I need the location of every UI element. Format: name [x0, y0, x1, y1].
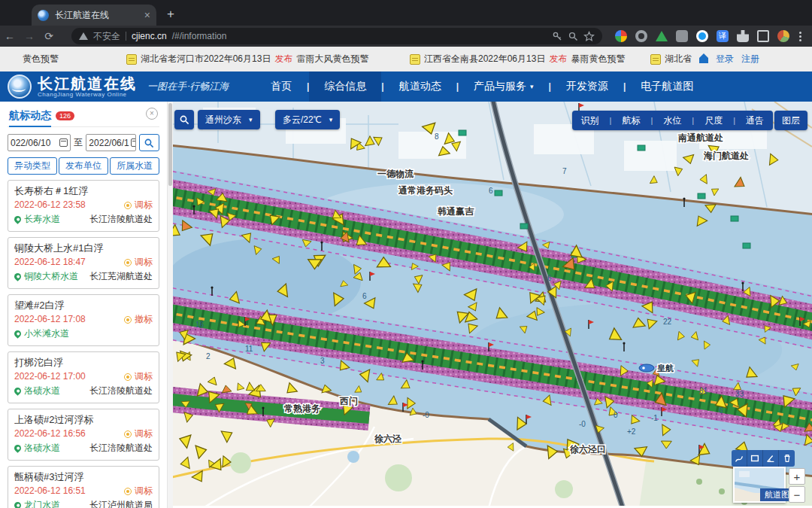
nav-item-3[interactable]: 航道动态	[384, 71, 456, 102]
sidebar-search-button[interactable]	[139, 134, 159, 151]
zoom-out-button[interactable]: −	[789, 486, 805, 503]
trash-icon	[782, 453, 792, 464]
map-tool-5[interactable]: 通告	[740, 114, 770, 127]
angle-icon	[765, 453, 776, 464]
screen: 长江航道在线 × + ← → ⟳ 不安全 cjienc.cn/#/informa…	[0, 0, 812, 508]
back-button[interactable]: ←	[0, 30, 20, 42]
misc-extension-icon[interactable]	[777, 30, 789, 42]
scrollbar-thumb[interactable]	[168, 103, 172, 186]
zoom-in-button[interactable]: +	[789, 468, 805, 485]
sidebar-close-icon[interactable]: ×	[146, 108, 158, 120]
cast-icon[interactable]	[757, 30, 769, 42]
omnibox-divider	[126, 32, 126, 41]
extensions-puzzle-icon[interactable]	[737, 30, 749, 42]
date-to-input[interactable]: 2022/06/1	[86, 134, 135, 151]
alert-item-partial[interactable]: 黄色预警	[23, 53, 59, 65]
reload-button[interactable]: ⟳	[39, 30, 59, 42]
buoy-status: 调标	[124, 484, 153, 498]
browser-tab[interactable]: 长江航道在线 ×	[32, 5, 156, 26]
filter-button-1[interactable]: 异动类型	[8, 157, 57, 175]
screenshot-extension-icon[interactable]	[676, 30, 688, 42]
buoy-time: 2022-06-12 23:58	[14, 198, 86, 212]
nav-item-5[interactable]: 开发资源	[551, 71, 623, 102]
svg-text:31: 31	[699, 387, 708, 395]
filter-button-3[interactable]: 所属水道	[110, 157, 159, 175]
alert-item-1[interactable]: 湖北省老河口市2022年06月13日发布雷雨大风黄色预警	[126, 53, 368, 65]
tab-close-icon[interactable]: ×	[144, 10, 150, 20]
list-item[interactable]: 打梆沱白浮2022-06-12 17:00调标洛碛水道长江涪陵航道处	[8, 351, 159, 403]
buoy-waterway[interactable]: 龙门水道	[14, 498, 60, 508]
region-dropdown[interactable]: 通州沙东 ▾	[198, 110, 260, 129]
nav-item-4[interactable]: 产品与服务▾	[459, 71, 549, 102]
svg-text:西门: 西门	[339, 396, 358, 406]
map-tool-1[interactable]: 识别	[575, 114, 605, 127]
browser-toolbar: ← → ⟳ 不安全 cjienc.cn/#/information 译	[0, 26, 812, 47]
date-filter-row: 022/06/10 至 2022/06/1	[8, 134, 159, 151]
map-tool-4[interactable]: 尺度	[698, 114, 729, 127]
measure-angle-button[interactable]	[763, 450, 779, 467]
buoy-waterway[interactable]: 洛碛水道	[14, 384, 60, 398]
calendar-icon[interactable]	[131, 138, 136, 147]
status-icon	[124, 373, 132, 381]
alert-item-3[interactable]: 湖北省	[650, 53, 692, 65]
status-text: 调标	[135, 370, 153, 384]
login-link[interactable]: 登录	[716, 53, 734, 65]
svg-text:徐六泾: 徐六泾	[374, 433, 401, 444]
nav-item-6[interactable]: 电子航道图	[626, 71, 708, 102]
bookmark-star-icon[interactable]	[583, 31, 595, 42]
weather-alert-bar: 黄色预警 登录 注册 湖北省老河口市2022年06月13日发布雷雨大风黄色预警江…	[0, 47, 812, 71]
measure-distance-button[interactable]	[732, 450, 747, 467]
list-item[interactable]: 铜陵大桥上水#1白浮2022-06-12 18:47调标铜陵大桥水道长江芜湖航道…	[8, 237, 159, 289]
new-tab-button[interactable]: +	[167, 8, 174, 20]
buoy-waterway[interactable]: 小米滩水道	[14, 327, 69, 341]
circle-extension-icon[interactable]	[635, 30, 647, 42]
weather-dropdown[interactable]: 多云/22℃ ▾	[275, 110, 340, 129]
buoy-status: 撤标	[124, 312, 153, 327]
layers-button[interactable]: 图层	[774, 111, 807, 130]
list-item[interactable]: 望滩#2白浮2022-06-12 17:08撤标小米滩水道	[8, 294, 159, 346]
register-link[interactable]: 注册	[741, 53, 759, 65]
buoy-title: 望滩#2白浮	[14, 299, 153, 312]
key-icon[interactable]	[552, 31, 562, 41]
search-icon[interactable]	[568, 31, 578, 41]
buoy-waterway[interactable]: 长寿水道	[14, 212, 60, 227]
filter-button-row: 异动类型发布单位所属水道	[8, 157, 159, 175]
list-item[interactable]: 甑柄碛#3过河浮2022-06-12 16:51调标龙门水道长江泸州航道局	[8, 466, 159, 508]
twitter-extension-icon[interactable]	[696, 30, 708, 42]
nav-item-1[interactable]: 首页	[256, 71, 307, 102]
date-from-input[interactable]: 022/06/10	[8, 134, 71, 151]
filter-button-2[interactable]: 发布单位	[59, 157, 108, 175]
alert-warning: 暴雨黄色预警	[571, 53, 625, 65]
map-pin-icon	[13, 500, 23, 508]
rectangle-icon	[750, 453, 760, 464]
browser-tabstrip: 长江航道在线 × +	[0, 0, 812, 26]
delete-button[interactable]	[779, 450, 795, 467]
nav-item-2[interactable]: 综合信息	[309, 71, 381, 102]
translate-extension-icon[interactable]: 译	[717, 30, 729, 42]
main-area: 航标动态 126 × 022/06/10 至 2022/06/1 异动类型发布单…	[0, 102, 812, 508]
measure-area-button[interactable]	[747, 450, 763, 467]
buoy-waterway[interactable]: 铜陵大桥水道	[14, 269, 78, 284]
card-row: 洛碛水道长江涪陵航道处	[14, 384, 153, 398]
alert-region: 江西省全南县2022年06月13日	[424, 53, 545, 65]
chart-map[interactable]: 87663211166223133-0-1+2-060 南通航道处海门航道处一德…	[173, 102, 812, 508]
layers-label: 图层	[782, 114, 800, 127]
drive-extension-icon[interactable]	[656, 31, 668, 41]
home-icon[interactable]	[699, 55, 708, 63]
vessel-marker[interactable]	[639, 364, 654, 372]
tab-title: 长江航道在线	[55, 9, 138, 22]
browser-menu-icon[interactable]	[798, 32, 803, 41]
list-item[interactable]: 上洛碛#2过河浮标2022-06-12 16:56调标洛碛水道长江涪陵航道处	[8, 409, 159, 461]
alert-item-2[interactable]: 江西省全南县2022年06月13日发布暴雨黄色预警	[410, 53, 625, 65]
map-tool-3[interactable]: 水位	[657, 114, 687, 127]
calendar-icon[interactable]	[59, 138, 68, 147]
list-item[interactable]: 长寿桥右＃1红浮2022-06-12 23:58调标长寿水道长江涪陵航道处	[8, 180, 159, 232]
address-bar[interactable]: 不安全 cjienc.cn/#/information	[71, 28, 602, 44]
map-tool-2[interactable]: 航标	[616, 114, 646, 127]
forward-button[interactable]: →	[20, 30, 39, 42]
photos-extension-icon[interactable]	[615, 30, 627, 42]
buoy-waterway[interactable]: 洛碛水道	[14, 441, 60, 455]
sidebar-scrollbar[interactable]	[167, 102, 173, 508]
map-search-button[interactable]	[174, 110, 194, 129]
sidebar-title: 航标动态	[9, 109, 51, 127]
